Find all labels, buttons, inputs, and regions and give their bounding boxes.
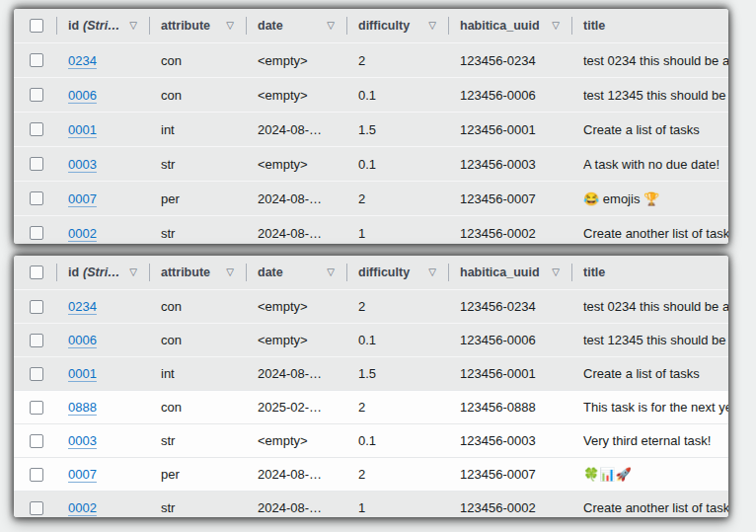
cell-id: 0001 [57, 113, 150, 146]
column-header-date[interactable]: date▽ [247, 256, 347, 289]
cell-date: <empty> [247, 324, 347, 356]
filter-icon[interactable]: ▽ [327, 267, 335, 277]
filter-icon[interactable]: ▽ [327, 21, 335, 31]
id-link[interactable]: 0234 [68, 299, 97, 314]
id-link[interactable]: 0002 [68, 500, 97, 515]
row-checkbox[interactable] [30, 88, 43, 102]
select-all-cell [14, 9, 57, 42]
row-checkbox[interactable] [30, 434, 43, 448]
filter-icon[interactable]: ▽ [129, 267, 137, 277]
id-link[interactable]: 0002 [68, 226, 97, 241]
cell-id: 0001 [57, 357, 150, 390]
cell-title: test 0234 this should be a ta [572, 43, 728, 77]
table-row: 0003str<empty>0.1123456-0003A task with … [14, 146, 728, 181]
filter-icon[interactable]: ▽ [428, 21, 436, 31]
column-header-difficulty[interactable]: difficulty▽ [347, 256, 449, 289]
filter-icon[interactable]: ▽ [129, 21, 137, 31]
cell-habitica_uuid: 123456-0007 [449, 182, 572, 215]
column-header-label: habitica_uuid [460, 266, 540, 279]
cell-date: 2024-08-… [247, 492, 347, 517]
table-row: 0002str2024-08-…1123456-0002Create anoth… [14, 491, 728, 517]
row-checkbox[interactable] [30, 468, 43, 482]
column-header-habitica_uuid[interactable]: habitica_uuid▽ [449, 9, 572, 42]
cell-attribute: con [150, 391, 247, 423]
cell-id: 0006 [57, 324, 150, 356]
id-link[interactable]: 0234 [68, 53, 97, 68]
filter-icon[interactable]: ▽ [552, 21, 560, 31]
table-row: 0002str2024-08-…1123456-0002Create anoth… [14, 215, 728, 244]
cell-title: Create another list of tasks [572, 216, 728, 244]
table-row: 0003str<empty>0.1123456-0003Very third e… [14, 423, 728, 457]
row-checkbox[interactable] [30, 191, 43, 205]
row-checkbox[interactable] [30, 401, 43, 415]
id-link[interactable]: 0888 [68, 400, 97, 415]
cell-title: Create a list of tasks [572, 357, 728, 390]
page-background: id(Stri…▽attribute▽date▽difficulty▽habit… [0, 0, 756, 532]
column-header-title[interactable]: title [572, 9, 728, 42]
select-all-checkbox[interactable] [30, 19, 43, 33]
cell-title: A task with no due date! [572, 147, 728, 181]
cell-id: 0002 [57, 216, 150, 244]
cell-title: 🍀📊🚀 [572, 458, 728, 491]
cell-id: 0002 [57, 492, 150, 517]
column-header-attribute[interactable]: attribute▽ [150, 256, 247, 289]
row-select-cell [14, 147, 57, 181]
row-checkbox[interactable] [30, 122, 43, 136]
filter-icon[interactable]: ▽ [226, 267, 234, 277]
cell-date: 2024-08-… [247, 113, 347, 146]
column-header-id[interactable]: id(Stri…▽ [57, 256, 150, 289]
column-header-label: date [258, 266, 283, 279]
cell-id: 0234 [57, 43, 150, 77]
cell-difficulty: 1.5 [347, 357, 449, 390]
cell-attribute: str [150, 492, 247, 517]
cell-habitica_uuid: 123456-0003 [449, 424, 572, 457]
id-link[interactable]: 0007 [68, 467, 97, 482]
row-checkbox[interactable] [30, 226, 43, 240]
cell-date: <empty> [247, 43, 347, 77]
cell-difficulty: 0.1 [347, 324, 449, 356]
column-type-suffix: (Stri… [83, 19, 120, 33]
id-link[interactable]: 0003 [68, 157, 97, 172]
column-header-id[interactable]: id(Stri…▽ [57, 9, 150, 42]
row-select-cell [14, 290, 57, 323]
cell-attribute: con [150, 290, 247, 323]
column-header-difficulty[interactable]: difficulty▽ [347, 9, 449, 42]
column-header-label: attribute [161, 266, 210, 279]
cell-date: 2024-08-… [247, 357, 347, 390]
column-header-title[interactable]: title [572, 256, 728, 289]
tasks-table-card-2: id(Stri…▽attribute▽date▽difficulty▽habit… [14, 256, 728, 517]
select-all-checkbox[interactable] [30, 266, 43, 279]
column-header-label: attribute [161, 19, 210, 33]
row-checkbox[interactable] [30, 157, 43, 171]
filter-icon[interactable]: ▽ [428, 267, 436, 277]
cell-difficulty: 2 [347, 458, 449, 491]
cell-title: test 12345 this should be a t [572, 324, 728, 356]
column-header-label: habitica_uuid [460, 19, 540, 33]
row-checkbox[interactable] [30, 501, 43, 515]
row-checkbox[interactable] [30, 367, 43, 381]
column-header-attribute[interactable]: attribute▽ [150, 9, 247, 42]
id-link[interactable]: 0001 [68, 122, 97, 137]
filter-icon[interactable]: ▽ [226, 21, 234, 31]
id-link[interactable]: 0007 [68, 191, 97, 206]
id-link[interactable]: 0006 [68, 88, 97, 103]
cell-difficulty: 0.1 [347, 147, 449, 181]
row-checkbox[interactable] [30, 334, 43, 347]
column-header-date[interactable]: date▽ [247, 9, 347, 42]
cell-habitica_uuid: 123456-0234 [449, 290, 572, 323]
cell-title: This task is for the next year [572, 391, 728, 423]
cell-habitica_uuid: 123456-0002 [449, 492, 572, 517]
filter-icon[interactable]: ▽ [552, 267, 560, 277]
table-header-row: id(Stri…▽attribute▽date▽difficulty▽habit… [14, 256, 728, 289]
column-type-suffix: (Stri… [83, 266, 120, 279]
row-select-cell [14, 43, 57, 77]
cell-habitica_uuid: 123456-0888 [449, 391, 572, 423]
cell-habitica_uuid: 123456-0002 [449, 216, 572, 244]
row-checkbox[interactable] [30, 300, 43, 314]
id-link[interactable]: 0001 [68, 366, 97, 381]
id-link[interactable]: 0003 [68, 433, 97, 448]
row-checkbox[interactable] [30, 53, 43, 67]
cell-difficulty: 1 [347, 216, 449, 244]
column-header-habitica_uuid[interactable]: habitica_uuid▽ [449, 256, 572, 289]
id-link[interactable]: 0006 [68, 333, 97, 347]
